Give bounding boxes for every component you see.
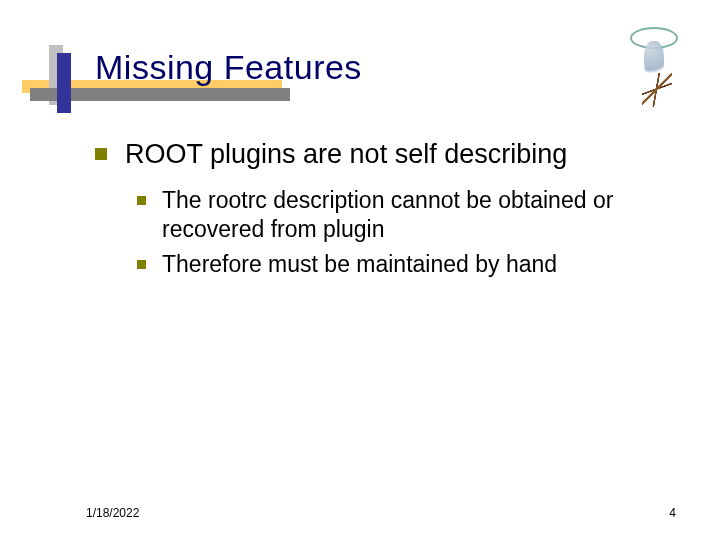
bullet-level2: Therefore must be maintained by hand	[137, 250, 670, 279]
bullet-level2: The rootrc description cannot be obtaine…	[137, 186, 670, 244]
footer-date: 1/18/2022	[86, 506, 139, 520]
bullet-text: ROOT plugins are not self describing	[125, 138, 567, 170]
root-logo-icon	[620, 15, 690, 110]
bullet-level1: ROOT plugins are not self describing	[95, 138, 670, 170]
footer-page-number: 4	[669, 506, 676, 520]
decoration-bar	[57, 53, 71, 113]
bullet-text: The rootrc description cannot be obtaine…	[162, 186, 670, 244]
bullet-square-icon	[137, 196, 146, 205]
content-area: ROOT plugins are not self describing The…	[95, 138, 670, 285]
bullet-text: Therefore must be maintained by hand	[162, 250, 557, 279]
bullet-square-icon	[137, 260, 146, 269]
slide-title: Missing Features	[95, 48, 362, 87]
slide: Missing Features ROOT plugins are not se…	[0, 0, 720, 540]
bullet-square-icon	[95, 148, 107, 160]
